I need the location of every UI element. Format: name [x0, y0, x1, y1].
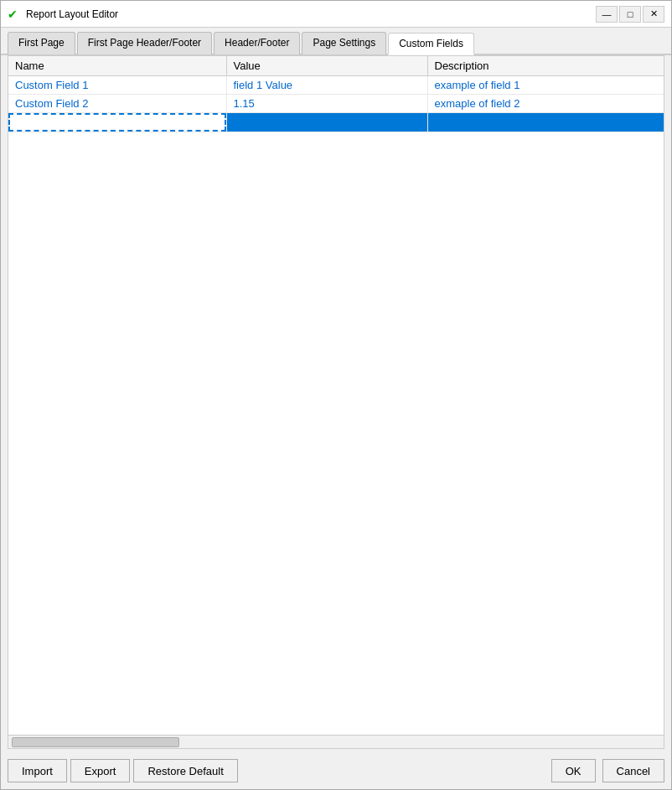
title-bar: ✔ Report Layout Editor — □ ✕ — [1, 1, 671, 28]
tab-first-page[interactable]: First Page — [8, 32, 75, 54]
table-row[interactable]: Custom Field 2 1.15 exmaple of field 2 — [8, 95, 664, 113]
tab-first-page-header-footer[interactable]: First Page Header/Footer — [77, 32, 212, 54]
tab-header-footer[interactable]: Header/Footer — [214, 32, 300, 54]
table-row-selected[interactable] — [8, 113, 664, 132]
row3-description — [427, 113, 664, 132]
close-button[interactable]: ✕ — [643, 6, 664, 23]
tab-custom-fields[interactable]: Custom Fields — [388, 33, 474, 55]
custom-fields-table: Name Value Description Custom Field 1 fi… — [8, 56, 664, 132]
table-row[interactable]: Custom Field 1 field 1 Value example of … — [8, 76, 664, 95]
tabs-bar: First Page First Page Header/Footer Head… — [1, 28, 671, 55]
import-button[interactable]: Import — [8, 759, 67, 782]
maximize-button[interactable]: □ — [619, 6, 641, 23]
row1-description: example of field 1 — [427, 76, 664, 95]
row2-value: 1.15 — [226, 95, 427, 113]
content-area: Name Value Description Custom Field 1 fi… — [8, 55, 664, 749]
scrollbar-thumb[interactable] — [12, 737, 179, 747]
row3-name-editing[interactable] — [8, 113, 226, 132]
app-icon: ✔ — [8, 8, 21, 21]
main-window: ✔ Report Layout Editor — □ ✕ First Page … — [0, 0, 672, 790]
row1-name: Custom Field 1 — [8, 76, 226, 95]
row3-value — [226, 113, 427, 132]
restore-default-button[interactable]: Restore Default — [133, 759, 237, 782]
window-title: Report Layout Editor — [26, 8, 596, 20]
ok-button[interactable]: OK — [551, 759, 596, 782]
ok-cancel-group: OK Cancel — [551, 759, 664, 782]
row1-value: field 1 Value — [226, 76, 427, 95]
col-header-description: Description — [427, 56, 664, 76]
export-button[interactable]: Export — [70, 759, 131, 782]
bottom-bar: Import Export Restore Default OK Cancel — [1, 752, 671, 789]
tab-page-settings[interactable]: Page Settings — [302, 32, 386, 54]
table-container[interactable]: Name Value Description Custom Field 1 fi… — [8, 56, 664, 735]
table-header-row: Name Value Description — [8, 56, 664, 76]
row2-description: exmaple of field 2 — [427, 95, 664, 113]
window-controls: — □ ✕ — [596, 6, 664, 23]
minimize-button[interactable]: — — [596, 6, 618, 23]
row3-name-input[interactable] — [8, 113, 226, 132]
col-header-value: Value — [226, 56, 427, 76]
horizontal-scrollbar[interactable] — [8, 735, 664, 748]
row2-name: Custom Field 2 — [8, 95, 226, 113]
col-header-name: Name — [8, 56, 226, 76]
cancel-button[interactable]: Cancel — [602, 759, 664, 782]
